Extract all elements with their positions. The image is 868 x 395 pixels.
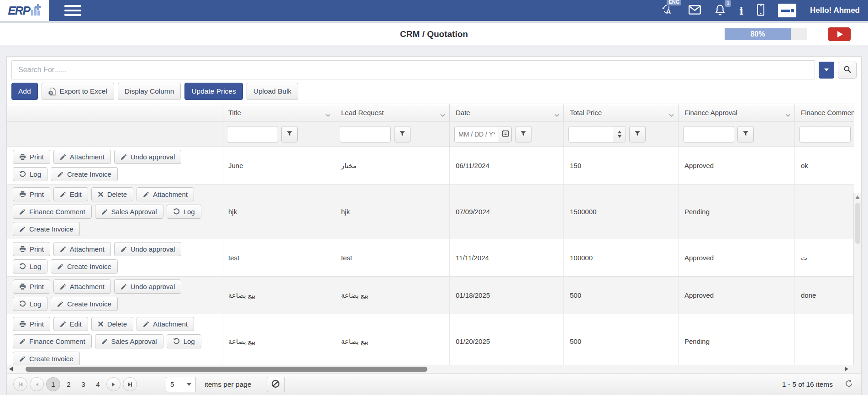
- notifications-button[interactable]: 1: [715, 3, 726, 18]
- chevron-down-icon[interactable]: [785, 111, 790, 118]
- spinner-down-icon[interactable]: [618, 135, 621, 138]
- create-invoice-button[interactable]: Create Invoice: [13, 222, 80, 236]
- finance-approval-filter-button[interactable]: [737, 126, 754, 142]
- chevron-down-icon[interactable]: [669, 111, 674, 118]
- cell-lead_request: test: [335, 239, 450, 276]
- chevron-down-icon[interactable]: [326, 111, 331, 118]
- delete-button[interactable]: Delete: [91, 317, 133, 331]
- column-header-finance-approval[interactable]: Finance Approval: [679, 104, 795, 121]
- finance-approval-filter-input[interactable]: [683, 126, 734, 142]
- vertical-scroll-thumb[interactable]: [855, 203, 860, 244]
- undo-approval-button[interactable]: Undo approval: [114, 150, 182, 164]
- total-price-filter-input[interactable]: [569, 126, 613, 142]
- search-options-dropdown-button[interactable]: [819, 62, 834, 79]
- chevron-down-icon[interactable]: [554, 111, 559, 118]
- column-header-lead-request[interactable]: Lead Request: [335, 104, 450, 121]
- mail-button[interactable]: [689, 3, 701, 18]
- print-button[interactable]: Print: [13, 150, 50, 164]
- column-header-total-price[interactable]: Total Price: [564, 104, 679, 121]
- refresh-button[interactable]: [845, 379, 853, 389]
- pager-page-3[interactable]: 3: [77, 377, 89, 391]
- action-button-label: Log: [30, 170, 41, 178]
- upload-bulk-button[interactable]: Upload Bulk: [247, 83, 299, 100]
- log-button[interactable]: Log: [167, 334, 201, 348]
- hamburger-menu-button[interactable]: [63, 3, 83, 18]
- horizontal-scroll-track[interactable]: [13, 365, 845, 373]
- language-button[interactable]: Aع ENG: [663, 3, 675, 18]
- add-button[interactable]: Add: [11, 83, 38, 100]
- update-prices-button[interactable]: Update Prices: [184, 83, 242, 100]
- log-button[interactable]: Log: [13, 259, 47, 274]
- pager-page-2[interactable]: 2: [63, 377, 75, 391]
- column-header-date[interactable]: Date: [450, 104, 564, 121]
- chevron-down-icon[interactable]: [440, 111, 445, 118]
- attachment-button[interactable]: Attachment: [137, 317, 194, 331]
- grid-filter-row: [7, 121, 854, 147]
- pager-next-button[interactable]: [106, 377, 121, 391]
- title-filter-button[interactable]: [281, 126, 298, 142]
- lead-request-filter-button[interactable]: [394, 126, 410, 142]
- cancel-filters-button[interactable]: [267, 377, 285, 392]
- log-button[interactable]: Log: [13, 167, 47, 181]
- erp-logo[interactable]: ERP: [0, 0, 49, 21]
- info-button[interactable]: i: [739, 3, 743, 18]
- log-button[interactable]: Log: [13, 297, 47, 311]
- page-size-dropdown[interactable]: 5: [166, 377, 196, 392]
- horizontal-scrollbar[interactable]: [7, 365, 861, 373]
- export-to-excel-button[interactable]: Export to Excel: [42, 83, 114, 100]
- log-button[interactable]: Log: [167, 205, 201, 219]
- funnel-icon: [742, 130, 749, 138]
- create-invoice-button[interactable]: Create Invoice: [51, 167, 118, 181]
- history-icon: [19, 263, 26, 270]
- undo-approval-button[interactable]: Undo approval: [114, 279, 182, 294]
- edit-button[interactable]: Edit: [53, 187, 88, 201]
- row-actions-cell: PrintAttachmentUndo approvalLogCreate In…: [7, 239, 222, 276]
- total-price-filter-button[interactable]: [629, 126, 646, 142]
- attachment-button[interactable]: Attachment: [53, 242, 111, 256]
- create-invoice-button[interactable]: Create Invoice: [51, 259, 118, 274]
- attachment-button[interactable]: Attachment: [53, 150, 111, 164]
- print-button[interactable]: Print: [13, 242, 50, 256]
- date-picker-button[interactable]: [499, 126, 511, 142]
- lead-request-filter-input[interactable]: [340, 126, 391, 142]
- funnel-icon: [520, 130, 526, 138]
- scroll-right-icon[interactable]: [845, 367, 848, 371]
- pager-last-button[interactable]: [123, 377, 137, 391]
- finance-comment-filter-input[interactable]: [800, 126, 851, 142]
- attachment-button[interactable]: Attachment: [137, 187, 194, 201]
- sales-approval-button[interactable]: Sales Approval: [95, 205, 163, 219]
- scroll-up-icon[interactable]: [855, 195, 860, 199]
- spinner-up-icon[interactable]: [618, 131, 621, 133]
- sales-approval-button[interactable]: Sales Approval: [95, 334, 163, 348]
- create-invoice-button[interactable]: Create Invoice: [13, 352, 80, 366]
- delete-button[interactable]: Delete: [91, 187, 133, 201]
- column-header-finance-comment[interactable]: Finance Comment: [795, 104, 854, 121]
- display-column-button[interactable]: Display Column: [118, 83, 181, 100]
- search-button[interactable]: [838, 62, 857, 79]
- edit-button[interactable]: Edit: [53, 317, 88, 331]
- title-filter-input[interactable]: [227, 126, 278, 142]
- pager-page-1[interactable]: 1: [46, 377, 60, 391]
- print-button[interactable]: Print: [13, 187, 50, 201]
- mobile-button[interactable]: [757, 3, 764, 18]
- scroll-left-icon[interactable]: [9, 367, 13, 371]
- finance-comment-button[interactable]: Finance Comment: [13, 334, 92, 348]
- create-invoice-button[interactable]: Create Invoice: [51, 297, 118, 311]
- horizontal-scroll-thumb[interactable]: [26, 367, 427, 372]
- pager-first-button[interactable]: [13, 377, 27, 391]
- pager-page-4[interactable]: 4: [92, 377, 104, 391]
- date-filter-input[interactable]: [455, 126, 499, 142]
- undo-approval-button[interactable]: Undo approval: [114, 242, 182, 256]
- search-input[interactable]: [11, 60, 815, 79]
- print-button[interactable]: Print: [13, 317, 50, 331]
- print-button[interactable]: Print: [13, 279, 50, 294]
- number-spinner[interactable]: [613, 126, 626, 142]
- display-column-label: Display Column: [125, 87, 174, 95]
- pager-prev-button[interactable]: [30, 377, 44, 391]
- attachment-button[interactable]: Attachment: [53, 279, 111, 294]
- finance-comment-button[interactable]: Finance Comment: [13, 205, 92, 219]
- avatar[interactable]: [778, 4, 796, 17]
- column-header-title[interactable]: Title: [222, 104, 335, 121]
- date-filter-button[interactable]: [515, 126, 531, 142]
- video-tutorial-button[interactable]: [828, 27, 851, 41]
